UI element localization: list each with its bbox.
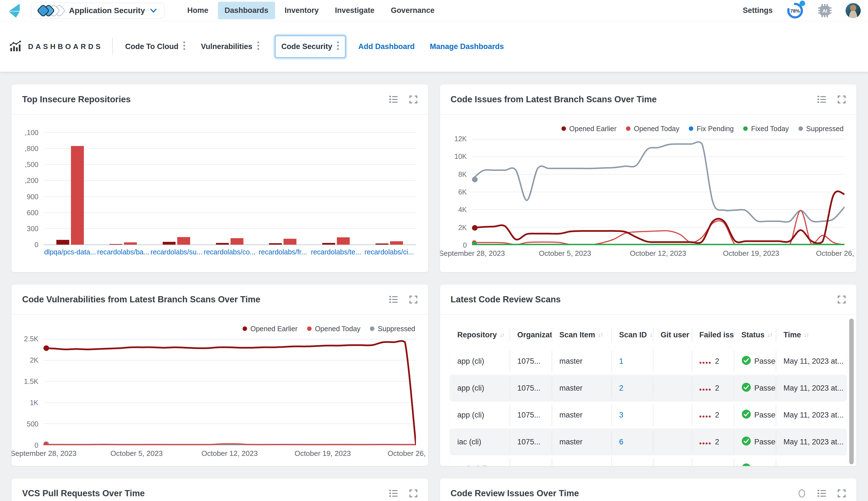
cell-repository: iac (cli) [450, 428, 510, 455]
column-header-organizat[interactable]: Organizat [510, 326, 552, 344]
y-axis-labels: 12K10K8K6K4K2K0 [447, 139, 472, 245]
expand-icon[interactable] [409, 95, 418, 104]
bar-group [309, 132, 363, 245]
status-badge: Passed [742, 409, 776, 421]
x-axis-tick: October 26, 2023 [816, 249, 857, 258]
app-header: Application Security Home Dashboards Inv… [0, 0, 868, 72]
legend-item[interactable]: Suppressed [370, 325, 415, 333]
kebab-menu-icon[interactable] [183, 41, 186, 53]
list-view-icon[interactable] [389, 489, 398, 498]
legend-item[interactable]: Opened Today [307, 325, 360, 333]
list-view-icon[interactable] [389, 295, 398, 304]
legend-item[interactable]: Suppressed [798, 125, 844, 133]
bar [216, 243, 229, 245]
cell-time: May 12, 2023 at... [776, 455, 847, 466]
cell-organization: 1075... [510, 348, 552, 375]
expand-icon[interactable] [837, 295, 846, 304]
bar-category-label[interactable]: recardolabs/ci... [363, 248, 416, 256]
cell-git-user [653, 348, 692, 375]
column-header-git-user[interactable]: Git user↓↑ [653, 326, 692, 344]
expand-icon[interactable] [837, 489, 846, 498]
kebab-menu-icon[interactable] [257, 41, 260, 53]
app-modules-icon [39, 6, 64, 15]
settings-button[interactable]: Settings [743, 6, 773, 15]
expand-icon[interactable] [409, 489, 418, 498]
x-axis-tick: September 28, 2023 [11, 449, 76, 458]
panel-title: Code Vulnerabilities from Latest Branch … [22, 295, 260, 305]
x-axis-tick: October 19, 2023 [723, 249, 780, 258]
list-view-icon[interactable] [389, 95, 398, 104]
sort-arrows-icon[interactable]: ↓↑ [804, 331, 808, 338]
nav-item-dashboards[interactable]: Dashboards [218, 2, 275, 19]
sort-arrows-icon[interactable]: ↓↑ [650, 331, 653, 338]
legend-item[interactable]: Opened Earlier [243, 325, 297, 333]
table-row[interactable]: code (cli)1075...master110PassedMay 12, … [450, 455, 847, 466]
list-view-icon[interactable] [817, 489, 826, 498]
dashboard-tab-code-security[interactable]: Code Security [275, 35, 346, 58]
bar-category-label[interactable]: recardolabs/co... [203, 248, 256, 256]
legend-dot-icon [307, 327, 312, 331]
expand-icon[interactable] [837, 95, 846, 104]
cell-time: May 11, 2023 at... [776, 428, 847, 455]
y-axis-tick: 1.5K [24, 377, 39, 386]
kebab-menu-icon[interactable] [336, 41, 339, 53]
scan-id-link[interactable]: 1 [619, 357, 624, 366]
column-header-repository[interactable]: Repository↓↑ [450, 326, 510, 344]
table-row[interactable]: app (cli)1075...master32PassedMay 11, 20… [450, 402, 847, 428]
scan-id-link[interactable]: 3 [619, 411, 624, 419]
sort-arrows-icon[interactable]: ↓↑ [767, 331, 772, 338]
legend-label: Opened Earlier [250, 325, 297, 333]
dashboards-toolbar: DASHBOARDS Code To Cloud Vulnerabilities… [0, 21, 868, 72]
column-header-failed-issu[interactable]: Failed issu [692, 326, 734, 344]
legend-label: Opened Earlier [569, 125, 616, 133]
column-header-scan-item[interactable]: Scan Item↓↑ [552, 326, 611, 344]
legend-item[interactable]: Opened Earlier [562, 125, 616, 133]
column-header-scan-id[interactable]: Scan ID↓↑ [611, 326, 653, 344]
add-dashboard-link[interactable]: Add Dashboard [358, 42, 415, 51]
app-switcher-dropdown[interactable]: Application Security [31, 3, 164, 19]
status-badge: Passed [742, 436, 776, 448]
bar-category-label[interactable]: recardolabs/te... [309, 248, 363, 256]
column-header-time[interactable]: Time↓↑ [776, 326, 847, 344]
progress-ring-badge[interactable]: 78% [786, 2, 804, 20]
y-axis-tick: 900 [27, 192, 39, 201]
scan-id-link[interactable]: 2 [619, 384, 624, 393]
navbar: Application Security Home Dashboards Inv… [0, 0, 868, 21]
table-row[interactable]: app (cli)1075...master22PassedMay 11, 20… [450, 375, 847, 402]
bar-category-label[interactable]: recardolabs/fr... [256, 248, 310, 256]
panel-title: Code Review Issues Over Time [451, 488, 579, 499]
legend-item[interactable]: Fix Pending [689, 125, 734, 133]
scan-id-link[interactable]: 6 [619, 438, 624, 446]
scan-id-link[interactable]: 1 [619, 465, 624, 467]
dashboard-tab-code-to-cloud[interactable]: Code To Cloud [125, 41, 186, 53]
legend-item[interactable]: Fixed Today [743, 125, 788, 133]
dashboard-tab-vulnerabilities[interactable]: Vulnerabilities [201, 41, 260, 53]
bar-category-label[interactable]: recardolabs/ba... [97, 248, 150, 256]
sort-arrows-icon[interactable]: ↓↑ [500, 331, 504, 338]
cell-scan-item: master [552, 348, 611, 375]
ai-chip-icon[interactable]: AI [817, 3, 832, 18]
cell-repository: app (cli) [450, 348, 510, 375]
nav-item-home[interactable]: Home [181, 2, 215, 19]
y-axis-tick: 300 [27, 224, 39, 233]
manage-dashboards-link[interactable]: Manage Dashboards [430, 42, 504, 51]
list-view-icon[interactable] [817, 95, 826, 104]
expand-icon[interactable] [409, 295, 418, 304]
legend-item[interactable]: Opened Today [626, 125, 679, 133]
nav-item-investigate[interactable]: Investigate [328, 2, 381, 19]
sort-arrows-icon[interactable]: ↓↑ [598, 331, 603, 338]
column-header-status[interactable]: Status↓↑ [734, 326, 776, 344]
prisma-logo-icon[interactable] [7, 2, 22, 19]
table-scrollbar[interactable] [849, 319, 854, 464]
divider [112, 38, 113, 55]
nav-item-inventory[interactable]: Inventory [278, 2, 326, 19]
nav-item-governance[interactable]: Governance [384, 2, 441, 19]
bar [124, 242, 137, 245]
table-header-row: Repository↓↑OrganizatScan Item↓↑Scan ID↓… [450, 326, 847, 344]
cell-time: May 11, 2023 at... [776, 402, 847, 428]
table-row[interactable]: iac (cli)1075...master62PassedMay 11, 20… [450, 428, 847, 455]
user-avatar[interactable] [846, 3, 861, 18]
table-row[interactable]: app (cli)1075...master12PassedMay 11, 20… [450, 348, 847, 375]
bar-category-label[interactable]: dlpqa/pcs-data... [43, 248, 97, 256]
bar-category-label[interactable]: recardolabs/su... [150, 248, 203, 256]
